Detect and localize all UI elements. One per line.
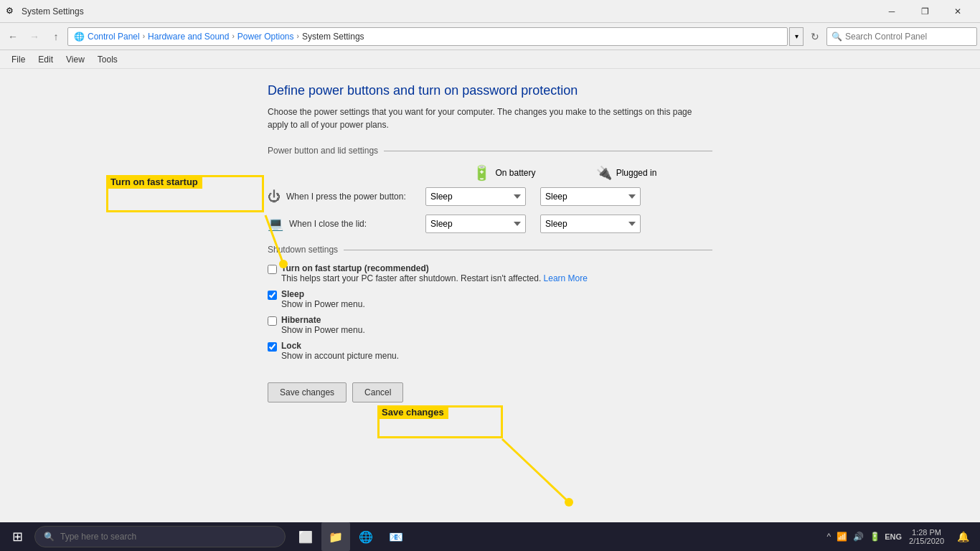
sleep-checkbox[interactable] [268,291,277,300]
search-icon: 🔍 [831,32,842,42]
lid-icon: 💻 [268,216,283,232]
fast-startup-sub-label: This helps start your PC faster after sh… [281,273,588,283]
battery-icon: 🔋 [473,164,491,182]
breadcrumb-hardware-sound[interactable]: Hardware and Sound [148,32,229,42]
shutdown-settings: Turn on fast startup (recommended) This … [268,263,712,361]
divider-line-1 [384,151,712,151]
lock-sub-label: Show in account picture menu. [281,351,399,361]
clock-time: 1:28 PM [909,528,944,537]
hibernate-row: Hibernate Show in Power menu. [268,315,712,335]
page-description: Choose the power settings that you want … [268,105,698,131]
lid-close-text: When I close the lid: [289,219,367,229]
hibernate-checkbox[interactable] [268,316,277,326]
page-title: Define power buttons and turn on passwor… [268,83,712,98]
menu-tools[interactable]: Tools [92,53,123,66]
forward-button[interactable]: → [24,27,44,47]
sleep-sub-label: Show in Power menu. [281,299,365,309]
divider-line-2 [344,250,712,250]
breadcrumb-current: System Settings [302,32,364,42]
window-title: System Settings [22,6,875,17]
taskbar-search-input[interactable] [60,532,276,542]
address-path: 🌐 Control Panel › Hardware and Sound › P… [67,27,788,46]
plugged-icon: 🔌 [596,165,612,181]
path-separator-2: › [232,32,234,40]
search-box: 🔍 [826,27,977,46]
lock-labels: Lock Show in account picture menu. [281,341,399,361]
shutdown-section-label: Shutdown settings [268,245,338,255]
power-button-plugged-select[interactable]: Sleep Do nothing Hibernate Shut down Tur… [540,187,641,206]
close-button[interactable]: ✕ [941,0,974,23]
tray-expand-icon[interactable]: ^ [826,530,833,543]
lid-battery-select[interactable]: Sleep Do nothing Hibernate Shut down Tur… [425,215,526,233]
task-view-button[interactable]: ⬜ [291,522,320,551]
lid-close-dropdowns: Sleep Do nothing Hibernate Shut down Tur… [425,215,641,233]
title-bar-controls: ─ ❐ ✕ [875,0,974,23]
back-button[interactable]: ← [3,27,23,47]
annotation-label-fast-startup: Turn on fast startup [106,175,202,189]
start-button[interactable]: ⊞ [3,522,32,551]
lid-plugged-select[interactable]: Sleep Do nothing Hibernate Shut down Tur… [540,215,641,233]
save-changes-button[interactable]: Save changes [268,382,347,402]
breadcrumb-control-panel[interactable]: Control Panel [88,32,140,42]
breadcrumb-power-options[interactable]: Power Options [237,32,294,42]
battery-tray-icon[interactable]: 🔋 [868,530,882,543]
column-header-plugged: 🔌 Plugged in [576,165,677,181]
maximize-button[interactable]: ❐ [908,0,941,23]
lock-main-label[interactable]: Lock [281,341,399,351]
menu-edit[interactable]: Edit [32,53,59,66]
browser-button[interactable]: 🌐 [352,522,380,551]
title-bar: ⚙ System Settings ─ ❐ ✕ [0,0,980,23]
mail-button[interactable]: 📧 [382,522,410,551]
lid-close-row: 💻 When I close the lid: Sleep Do nothing… [268,215,712,233]
network-icon[interactable]: 📶 [835,530,849,543]
clock-date: 2/15/2020 [909,537,944,545]
menu-file[interactable]: File [6,53,31,66]
cancel-button[interactable]: Cancel [352,382,403,402]
power-button-text: When I press the power button: [286,192,406,202]
volume-icon[interactable]: 🔊 [852,530,865,543]
action-bar: Save changes Cancel [268,382,712,402]
lock-checkbox[interactable] [268,342,277,352]
battery-header-label: On battery [495,168,535,178]
hibernate-sub-label: Show in Power menu. [281,325,365,335]
window-icon: ⚙ [6,6,17,17]
window-wrap: ⚙ System Settings ─ ❐ ✕ ← → ↑ 🌐 Control … [0,0,980,522]
taskbar: ⊞ 🔍 ⬜ 📁 🌐 📧 ^ 📶 🔊 🔋 ENG 1:28 PM 2/15/202… [0,522,980,551]
system-tray: ^ 📶 🔊 🔋 [826,530,882,543]
plugged-header-label: Plugged in [616,168,657,178]
shutdown-section-divider: Shutdown settings [268,245,712,255]
lid-close-label: 💻 When I close the lid: [268,216,411,232]
menu-view[interactable]: View [60,53,90,66]
hibernate-main-label[interactable]: Hibernate [281,315,365,325]
path-icon: 🌐 [74,32,85,42]
refresh-button[interactable]: ↻ [805,27,825,47]
system-clock[interactable]: 1:28 PM 2/15/2020 [905,527,948,547]
address-dropdown-button[interactable]: ▾ [789,27,804,46]
fast-startup-learn-more[interactable]: Learn More [544,273,588,283]
taskbar-right: ^ 📶 🔊 🔋 ENG 1:28 PM 2/15/2020 🔔 [826,522,977,551]
sleep-main-label[interactable]: Sleep [281,289,365,299]
file-explorer-button[interactable]: 📁 [321,522,350,551]
hibernate-labels: Hibernate Show in Power menu. [281,315,365,335]
language-indicator[interactable]: ENG [885,532,902,541]
sleep-row: Sleep Show in Power menu. [268,289,712,309]
address-bar: ← → ↑ 🌐 Control Panel › Hardware and Sou… [0,23,980,50]
power-button-label: ⏻ When I press the power button: [268,189,411,204]
fast-startup-main-label[interactable]: Turn on fast startup (recommended) [281,263,588,273]
up-button[interactable]: ↑ [46,27,66,47]
minimize-button[interactable]: ─ [875,0,908,23]
path-separator-1: › [143,32,145,40]
main-content: Define power buttons and turn on passwor… [0,69,980,522]
annotation-label-save-changes: Save changes [377,405,448,419]
power-button-section-divider: Power button and lid settings [268,146,712,156]
search-input[interactable] [845,32,972,42]
notification-button[interactable]: 🔔 [951,522,974,551]
sleep-labels: Sleep Show in Power menu. [281,289,365,309]
fast-startup-checkbox[interactable] [268,265,277,274]
power-button-battery-select[interactable]: Sleep Do nothing Hibernate Shut down Tur… [425,187,526,206]
taskbar-search-box: 🔍 [34,526,286,547]
lock-row: Lock Show in account picture menu. [268,341,712,361]
menu-bar: File Edit View Tools [0,50,980,69]
path-separator-3: › [297,32,299,40]
power-button-section-label: Power button and lid settings [268,146,378,156]
